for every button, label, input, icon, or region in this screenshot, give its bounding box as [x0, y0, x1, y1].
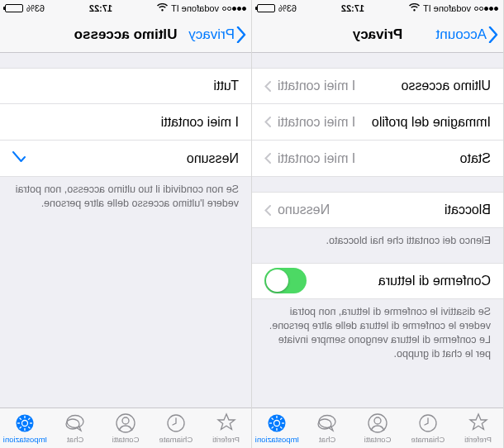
- tab-label: Chiamate: [411, 435, 445, 444]
- wifi-icon: [157, 3, 168, 13]
- tab-label: Contatti: [364, 435, 392, 444]
- wifi-icon: [409, 3, 420, 13]
- carrier-label: vodafone IT: [423, 3, 471, 13]
- read-receipts-footer: Se disattivi le conferme di lettura, non…: [252, 299, 503, 361]
- tab-contacts[interactable]: Contatti: [101, 408, 151, 448]
- star-icon: [216, 412, 237, 434]
- tab-label: Impostazioni: [3, 435, 47, 444]
- tab-label: Preferiti: [212, 435, 240, 444]
- privacy-content: Ultimo accesso I miei contatti Immagine …: [252, 53, 503, 407]
- signal-dots-icon: [474, 7, 498, 11]
- option-label: I miei contatti: [161, 115, 239, 130]
- svg-point-3: [319, 416, 335, 428]
- clock-icon: [165, 412, 187, 434]
- tab-settings[interactable]: Impostazioni: [0, 408, 50, 448]
- nav-bar: Privacy Ultimo accesso: [0, 17, 251, 53]
- row-label: Ultimo accesso: [402, 79, 491, 93]
- tab-contacts[interactable]: Contatti: [353, 408, 403, 448]
- tab-calls[interactable]: Chiamate: [150, 408, 201, 448]
- chat-icon: [316, 412, 338, 434]
- gear-icon: [14, 412, 36, 434]
- tab-favorites[interactable]: Preferiti: [453, 408, 503, 448]
- last-access-footer: Se non condividi il tuo ultimo accesso, …: [0, 177, 251, 211]
- tab-label: Chat: [319, 435, 335, 444]
- tab-label: Preferiti: [464, 435, 492, 444]
- back-button[interactable]: Account: [436, 26, 503, 43]
- tab-label: Chat: [67, 435, 83, 444]
- svg-point-18: [67, 416, 83, 428]
- tab-favorites[interactable]: Preferiti: [201, 408, 251, 448]
- tab-settings[interactable]: Impostazioni: [252, 408, 302, 448]
- checkmark-icon: [12, 151, 26, 166]
- tab-bar: Preferiti Chiamate Contatti Chat Imposta…: [252, 407, 503, 448]
- battery-pct: 63%: [26, 3, 45, 13]
- status-bar: vodafone IT 17:22 63%: [0, 0, 251, 17]
- chevron-right-icon: [264, 153, 271, 164]
- row-last-access[interactable]: Ultimo accesso I miei contatti: [252, 68, 503, 104]
- row-label: Immagine del profilo: [372, 115, 491, 130]
- svg-point-17: [122, 417, 129, 424]
- row-profile-picture[interactable]: Immagine del profilo I miei contatti: [252, 104, 503, 141]
- chevron-left-icon: [236, 26, 246, 43]
- back-button[interactable]: Privacy: [188, 26, 251, 43]
- blocked-footer: Elenco dei contatti che hai bloccato.: [252, 228, 503, 248]
- back-label: Privacy: [188, 26, 235, 43]
- battery-pct: 63%: [278, 3, 297, 13]
- option-nobody[interactable]: Nessuno: [0, 141, 251, 177]
- row-value: I miei contatti: [271, 79, 402, 93]
- option-everyone[interactable]: Tutti: [0, 68, 251, 104]
- tab-bar: Preferiti Chiamate Contatti Chat Imposta…: [0, 407, 251, 448]
- battery-icon: [5, 4, 23, 12]
- tab-label: Impostazioni: [255, 435, 299, 444]
- carrier-label: vodafone IT: [171, 3, 219, 13]
- battery-icon: [257, 4, 275, 12]
- clock-label: 17:22: [89, 3, 112, 13]
- tab-calls[interactable]: Chiamate: [402, 408, 453, 448]
- row-blocked[interactable]: Bloccati Nessuno: [252, 192, 503, 228]
- last-access-screen: vodafone IT 17:22 63% Privacy Ultimo acc…: [0, 0, 252, 448]
- read-receipts-toggle[interactable]: [264, 268, 307, 293]
- star-icon: [468, 412, 489, 434]
- chevron-right-icon: [264, 205, 271, 216]
- svg-point-2: [374, 417, 381, 424]
- tab-label: Chiamate: [159, 435, 193, 444]
- clock-label: 17:22: [341, 3, 364, 13]
- back-label: Account: [436, 26, 487, 43]
- chevron-right-icon: [264, 117, 271, 127]
- chat-icon: [64, 412, 86, 434]
- signal-dots-icon: [222, 7, 246, 11]
- row-read-receipts[interactable]: Conferme di lettura: [252, 263, 503, 299]
- row-value: Nessuno: [271, 203, 445, 217]
- person-icon: [367, 412, 388, 434]
- row-label: Stato: [460, 151, 491, 166]
- option-label: Tutti: [213, 79, 239, 93]
- person-icon: [115, 412, 136, 434]
- privacy-screen: vodafone IT 17:22 63% Account Privacy: [252, 0, 504, 448]
- row-value: I miei contatti: [271, 115, 372, 130]
- tab-chat[interactable]: Chat: [302, 408, 353, 448]
- gear-icon: [266, 412, 288, 434]
- option-label: Nessuno: [187, 151, 239, 166]
- row-label: Conferme di lettura: [378, 274, 491, 288]
- chevron-right-icon: [264, 81, 271, 92]
- row-status[interactable]: Stato I miei contatti: [252, 141, 503, 177]
- status-bar: vodafone IT 17:22 63%: [252, 0, 503, 17]
- option-my-contacts[interactable]: I miei contatti: [0, 104, 251, 141]
- row-value: I miei contatti: [271, 151, 460, 166]
- row-label: Bloccati: [445, 203, 491, 217]
- last-access-content: Tutti I miei contatti Nessuno Se non con…: [0, 53, 251, 407]
- nav-bar: Account Privacy: [252, 17, 503, 53]
- chevron-left-icon: [488, 26, 498, 43]
- tab-label: Contatti: [112, 435, 140, 444]
- tab-chat[interactable]: Chat: [50, 408, 101, 448]
- clock-icon: [417, 412, 439, 434]
